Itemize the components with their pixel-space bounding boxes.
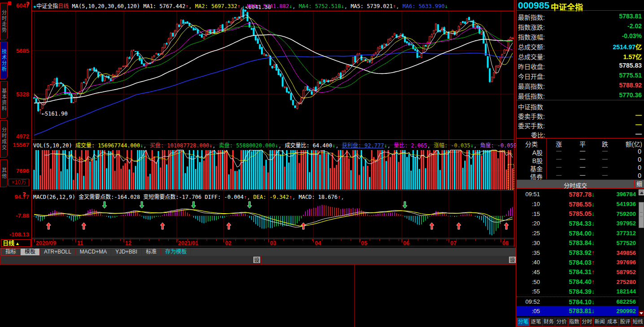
indicator-tab-2[interactable]: 模板 [21,249,40,255]
panel-tab-2[interactable]: 逐笔 [529,318,542,327]
quote-row: 最新指数:5783.81 [517,11,644,21]
quote-row: 总成交量:1.57亿 [517,51,644,60]
indicator-tab-5[interactable]: YJD+BBI [111,249,142,255]
sidebar-item-4[interactable]: 分时成交 [0,120,8,158]
tick-detail-button[interactable]: 细 [634,180,644,188]
tick-row[interactable]: :155785.05↓759200 [517,209,639,219]
tick-time: :30 [517,240,540,246]
separator: , [213,142,219,149]
golden-cross-arrow-icon [160,223,165,229]
quote-label: 总成交额: [518,42,545,51]
death-cross-arrow-icon [191,202,196,208]
tick-row[interactable]: :555784.39↓182144 [517,287,639,297]
period-selector[interactable]: 日线▲ [1,239,31,247]
sidebar-item-3[interactable]: 基本资料 [0,81,8,119]
indicator-tab-bar: 指标模板ATR+BOLLMACD+MAYJD+BBI标准存为模板 [0,248,516,256]
tick-row[interactable]: :305783.84↓577520 [517,238,639,248]
help-question-icon[interactable]: ? [26,0,30,8]
tick-list-header: 分时成交 细 [517,180,644,189]
tick-row[interactable]: :455784.31↑587952 [517,267,639,277]
indicator-text: 变短需要点数:-17.706 [143,194,205,200]
tick-row[interactable]: :205784.33↓397952 [517,219,639,228]
scroll-down-icon[interactable] [639,310,644,316]
arrow-down-icon: ↓ [592,298,595,305]
tick-volume: 182144 [595,288,639,295]
amount-cell: 0 [616,156,642,165]
arrow-up-icon: ↑ [289,194,292,200]
tick-row[interactable]: :405784.03↑397696 [517,258,639,267]
table-cell: — [594,148,616,157]
divider [546,138,547,179]
quote-value: 5783.81 [619,13,642,20]
quote-label: 最高指数: [518,82,545,90]
tick-volume: 275280 [595,279,639,285]
table-header-cell: 额(亿) [616,139,642,148]
scrollbar-thumb[interactable] [639,202,644,228]
x-axis-label: 05 [361,240,367,246]
help-question-icon[interactable]: ? [22,191,26,198]
sidebar-item-5[interactable]: 其他 [0,159,8,187]
tick-time: :10 [517,201,540,207]
indicator-tab-1[interactable]: 指标 [1,248,21,256]
golden-cross-arrow-icon [504,223,509,229]
arrow-down-icon: ↓ [592,307,595,314]
indicator-value: 成交量比: 64.400 [285,142,332,149]
tick-row[interactable]: 09:525784.10↓682256 [517,297,639,307]
scrollbar[interactable] [639,189,644,316]
panel-tab-1[interactable]: 分笔 [517,318,530,327]
table-header-cell: 分类 [517,139,546,148]
death-cross-arrow-icon [403,202,407,208]
tick-time: :15 [517,211,540,217]
panel-tab-10[interactable]: 短线 [631,318,644,327]
arrow-up-icon: ↑ [185,3,188,9]
panel-tab-7[interactable]: 新闻 [593,318,606,327]
quote-label: 昨日收盘: [518,62,545,71]
candles [34,6,513,114]
scroll-up-icon[interactable] [639,189,644,195]
sidebar-item-1[interactable]: 分时走势 [0,3,8,40]
settings-button-right[interactable]: 设 [509,257,516,263]
death-cross-arrow-icon [139,202,144,208]
indicator-tab-7[interactable]: 存为模板 [161,249,191,255]
tick-row[interactable]: :105786.55↓541936 [517,199,639,209]
tick-volume: 577520 [595,240,639,246]
indicator-value: MA2: 5697.332 [195,3,237,9]
tick-time: :50 [517,279,540,285]
indicator-tab-6[interactable]: 标准 [142,249,161,255]
panel-tab-9[interactable]: 股评 [618,318,631,327]
sidebar-item-2[interactable]: 技术分析 [0,42,8,79]
panel-tab-8[interactable]: 成本 [606,318,619,327]
quote-value: 5770.36 [619,91,642,99]
separator: , [335,142,342,149]
arrow-down-icon: ↓ [289,3,292,9]
tick-volume: 541936 [595,201,639,207]
tick-row[interactable]: :055783.81↓290992 [517,306,639,316]
class-name: A股 [517,148,546,157]
settings-button-left[interactable]: 设 [253,257,260,263]
low-annotation: ←5161.90 [42,111,68,117]
tick-volume: 349856 [595,250,639,256]
panel-tab-6[interactable]: 分时 [580,318,593,327]
tick-row[interactable]: 09:515787.78↓396784 [517,189,639,199]
candlestick-volume-macd-chart[interactable]: ↖6041.38←5161.902020/0911122021/01020304… [31,0,516,247]
quote-row: 指数涨跌:-2.02 [517,21,644,31]
indicator-value: 买盘: 101087728.000 [150,142,209,149]
tick-price: 5787.78↓ [540,191,595,198]
tick-row[interactable]: :355783.92↑349856 [517,248,639,258]
pin-icon [8,1,11,5]
quote-row: 最高指数:5788.92 [517,80,644,90]
indicator-value: DIFF: -0.004 [205,194,244,200]
panel-tab-4[interactable]: 分价 [555,318,568,327]
panel-tab-3[interactable]: 财务 [542,318,555,327]
caret-up-icon: ▲ [15,241,20,246]
indicator-tab-3[interactable]: ATR+BOLL [40,249,76,255]
table-header-cell: 涨 [546,139,571,148]
tick-row[interactable]: :505784.40↑275280 [517,277,639,287]
tick-price: 5784.00↓ [540,230,595,237]
panel-tab-5[interactable]: 指数 [568,318,581,327]
tick-price: 5784.40↑ [540,278,595,285]
tick-row[interactable]: :255784.00↓377312 [517,228,639,238]
grid-lines [31,0,514,247]
tick-price: 5785.05↓ [540,210,595,217]
indicator-tab-4[interactable]: MACD+MA [76,249,111,255]
